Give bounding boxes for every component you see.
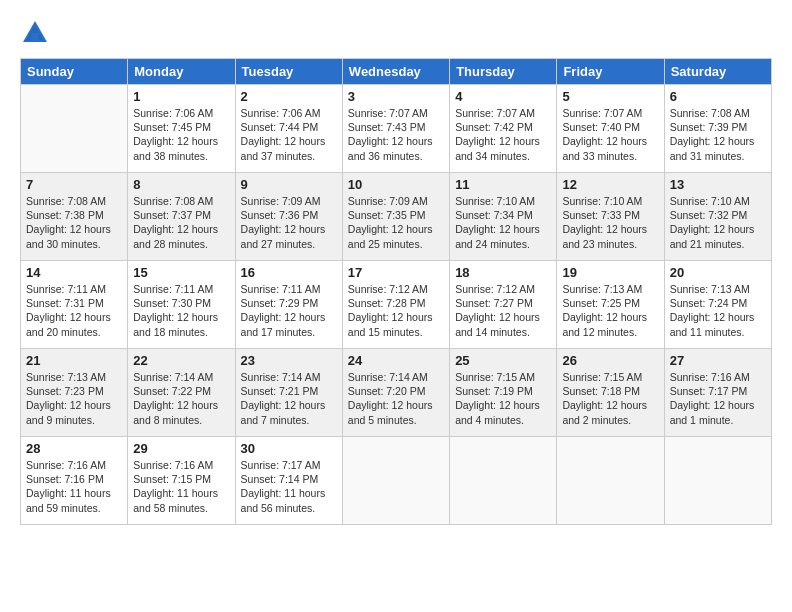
day-number: 19 [562,265,658,280]
week-row-3: 14Sunrise: 7:11 AM Sunset: 7:31 PM Dayli… [21,261,772,349]
calendar-cell: 24Sunrise: 7:14 AM Sunset: 7:20 PM Dayli… [342,349,449,437]
day-number: 6 [670,89,766,104]
day-number: 16 [241,265,337,280]
day-number: 3 [348,89,444,104]
day-info: Sunrise: 7:08 AM Sunset: 7:37 PM Dayligh… [133,194,229,251]
day-info: Sunrise: 7:09 AM Sunset: 7:36 PM Dayligh… [241,194,337,251]
day-info: Sunrise: 7:15 AM Sunset: 7:18 PM Dayligh… [562,370,658,427]
day-info: Sunrise: 7:14 AM Sunset: 7:22 PM Dayligh… [133,370,229,427]
day-info: Sunrise: 7:17 AM Sunset: 7:14 PM Dayligh… [241,458,337,515]
calendar-cell: 14Sunrise: 7:11 AM Sunset: 7:31 PM Dayli… [21,261,128,349]
day-header-tuesday: Tuesday [235,59,342,85]
calendar-cell: 10Sunrise: 7:09 AM Sunset: 7:35 PM Dayli… [342,173,449,261]
day-number: 7 [26,177,122,192]
calendar-cell: 28Sunrise: 7:16 AM Sunset: 7:16 PM Dayli… [21,437,128,525]
day-number: 11 [455,177,551,192]
calendar-cell: 8Sunrise: 7:08 AM Sunset: 7:37 PM Daylig… [128,173,235,261]
day-number: 28 [26,441,122,456]
day-number: 10 [348,177,444,192]
day-info: Sunrise: 7:16 AM Sunset: 7:16 PM Dayligh… [26,458,122,515]
day-info: Sunrise: 7:13 AM Sunset: 7:23 PM Dayligh… [26,370,122,427]
day-number: 13 [670,177,766,192]
calendar-cell: 7Sunrise: 7:08 AM Sunset: 7:38 PM Daylig… [21,173,128,261]
day-number: 4 [455,89,551,104]
header [20,18,772,48]
calendar-cell: 4Sunrise: 7:07 AM Sunset: 7:42 PM Daylig… [450,85,557,173]
day-info: Sunrise: 7:16 AM Sunset: 7:15 PM Dayligh… [133,458,229,515]
page: SundayMondayTuesdayWednesdayThursdayFrid… [0,0,792,612]
calendar-cell: 30Sunrise: 7:17 AM Sunset: 7:14 PM Dayli… [235,437,342,525]
calendar-cell: 27Sunrise: 7:16 AM Sunset: 7:17 PM Dayli… [664,349,771,437]
calendar-cell: 25Sunrise: 7:15 AM Sunset: 7:19 PM Dayli… [450,349,557,437]
week-row-2: 7Sunrise: 7:08 AM Sunset: 7:38 PM Daylig… [21,173,772,261]
calendar-cell: 5Sunrise: 7:07 AM Sunset: 7:40 PM Daylig… [557,85,664,173]
week-row-5: 28Sunrise: 7:16 AM Sunset: 7:16 PM Dayli… [21,437,772,525]
calendar-cell [450,437,557,525]
day-number: 30 [241,441,337,456]
day-info: Sunrise: 7:14 AM Sunset: 7:20 PM Dayligh… [348,370,444,427]
day-number: 2 [241,89,337,104]
day-number: 25 [455,353,551,368]
day-headers-row: SundayMondayTuesdayWednesdayThursdayFrid… [21,59,772,85]
day-info: Sunrise: 7:16 AM Sunset: 7:17 PM Dayligh… [670,370,766,427]
calendar-cell: 6Sunrise: 7:08 AM Sunset: 7:39 PM Daylig… [664,85,771,173]
day-info: Sunrise: 7:13 AM Sunset: 7:25 PM Dayligh… [562,282,658,339]
day-number: 22 [133,353,229,368]
day-number: 21 [26,353,122,368]
day-info: Sunrise: 7:13 AM Sunset: 7:24 PM Dayligh… [670,282,766,339]
calendar-cell [342,437,449,525]
day-number: 12 [562,177,658,192]
calendar-cell [21,85,128,173]
calendar-cell: 11Sunrise: 7:10 AM Sunset: 7:34 PM Dayli… [450,173,557,261]
day-info: Sunrise: 7:10 AM Sunset: 7:32 PM Dayligh… [670,194,766,251]
day-info: Sunrise: 7:15 AM Sunset: 7:19 PM Dayligh… [455,370,551,427]
day-header-wednesday: Wednesday [342,59,449,85]
day-number: 9 [241,177,337,192]
day-header-saturday: Saturday [664,59,771,85]
day-number: 15 [133,265,229,280]
day-info: Sunrise: 7:10 AM Sunset: 7:33 PM Dayligh… [562,194,658,251]
day-header-sunday: Sunday [21,59,128,85]
logo-icon [20,18,50,48]
day-info: Sunrise: 7:12 AM Sunset: 7:28 PM Dayligh… [348,282,444,339]
day-info: Sunrise: 7:06 AM Sunset: 7:44 PM Dayligh… [241,106,337,163]
day-number: 27 [670,353,766,368]
calendar-cell: 20Sunrise: 7:13 AM Sunset: 7:24 PM Dayli… [664,261,771,349]
day-number: 1 [133,89,229,104]
day-number: 26 [562,353,658,368]
day-number: 23 [241,353,337,368]
day-number: 18 [455,265,551,280]
day-number: 8 [133,177,229,192]
calendar-cell: 17Sunrise: 7:12 AM Sunset: 7:28 PM Dayli… [342,261,449,349]
calendar-cell: 9Sunrise: 7:09 AM Sunset: 7:36 PM Daylig… [235,173,342,261]
day-number: 17 [348,265,444,280]
calendar-cell: 16Sunrise: 7:11 AM Sunset: 7:29 PM Dayli… [235,261,342,349]
day-info: Sunrise: 7:11 AM Sunset: 7:30 PM Dayligh… [133,282,229,339]
day-info: Sunrise: 7:09 AM Sunset: 7:35 PM Dayligh… [348,194,444,251]
week-row-4: 21Sunrise: 7:13 AM Sunset: 7:23 PM Dayli… [21,349,772,437]
calendar-cell: 3Sunrise: 7:07 AM Sunset: 7:43 PM Daylig… [342,85,449,173]
day-info: Sunrise: 7:10 AM Sunset: 7:34 PM Dayligh… [455,194,551,251]
logo [20,18,54,48]
calendar-cell: 13Sunrise: 7:10 AM Sunset: 7:32 PM Dayli… [664,173,771,261]
day-info: Sunrise: 7:08 AM Sunset: 7:38 PM Dayligh… [26,194,122,251]
day-info: Sunrise: 7:08 AM Sunset: 7:39 PM Dayligh… [670,106,766,163]
day-number: 14 [26,265,122,280]
calendar-cell: 15Sunrise: 7:11 AM Sunset: 7:30 PM Dayli… [128,261,235,349]
day-info: Sunrise: 7:12 AM Sunset: 7:27 PM Dayligh… [455,282,551,339]
week-row-1: 1Sunrise: 7:06 AM Sunset: 7:45 PM Daylig… [21,85,772,173]
calendar-cell: 23Sunrise: 7:14 AM Sunset: 7:21 PM Dayli… [235,349,342,437]
calendar-cell: 19Sunrise: 7:13 AM Sunset: 7:25 PM Dayli… [557,261,664,349]
day-info: Sunrise: 7:06 AM Sunset: 7:45 PM Dayligh… [133,106,229,163]
calendar-cell: 29Sunrise: 7:16 AM Sunset: 7:15 PM Dayli… [128,437,235,525]
day-number: 20 [670,265,766,280]
calendar-cell: 2Sunrise: 7:06 AM Sunset: 7:44 PM Daylig… [235,85,342,173]
svg-rect-2 [31,33,39,42]
day-number: 5 [562,89,658,104]
calendar-cell: 18Sunrise: 7:12 AM Sunset: 7:27 PM Dayli… [450,261,557,349]
day-info: Sunrise: 7:14 AM Sunset: 7:21 PM Dayligh… [241,370,337,427]
day-info: Sunrise: 7:11 AM Sunset: 7:29 PM Dayligh… [241,282,337,339]
day-info: Sunrise: 7:07 AM Sunset: 7:42 PM Dayligh… [455,106,551,163]
calendar-cell: 26Sunrise: 7:15 AM Sunset: 7:18 PM Dayli… [557,349,664,437]
day-info: Sunrise: 7:11 AM Sunset: 7:31 PM Dayligh… [26,282,122,339]
